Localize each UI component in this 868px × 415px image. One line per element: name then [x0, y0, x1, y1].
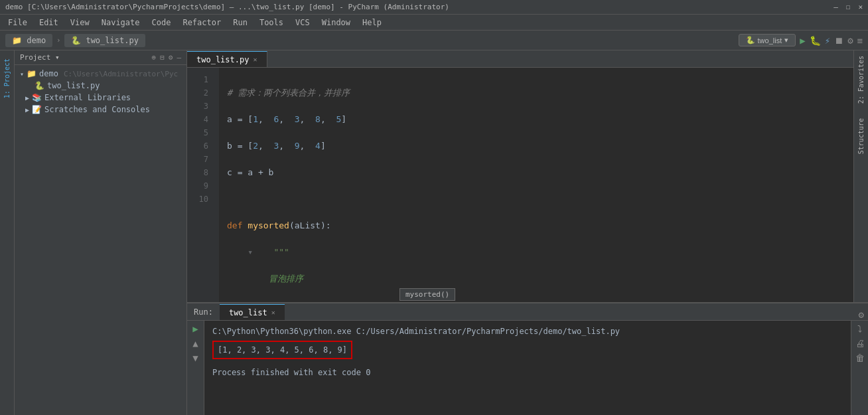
code-line-4: c = a + b [227, 166, 845, 179]
debug-button[interactable]: 🐛 [810, 35, 821, 46]
collapse-icon[interactable]: ⊟ [160, 53, 165, 62]
menu-edit[interactable]: Edit [34, 17, 64, 29]
run-button[interactable]: ▶ [800, 35, 805, 46]
editor-tabs: two_list.py ✕ [187, 50, 853, 68]
menu-code[interactable]: Code [147, 17, 177, 29]
toolbar: 📁 demo › 🐍 two_list.py 🐍 two_list ▾ ▶ 🐛 … [0, 31, 868, 50]
editor-tab-two-list[interactable]: two_list.py ✕ [187, 51, 267, 67]
breadcrumb-file[interactable]: 🐍 two_list.py [64, 34, 145, 47]
menu-run[interactable]: Run [228, 17, 253, 29]
code-line-5 [227, 193, 845, 206]
param-hint: mysorted() [399, 288, 455, 301]
sidebar-header: Project ▾ ⊕ ⊟ ⚙ — [15, 50, 186, 65]
coverage-button[interactable]: ⚡ [825, 35, 830, 46]
scroll-down-button[interactable]: ▼ [192, 353, 198, 363]
scroll-up-button[interactable]: ▲ [192, 338, 198, 349]
sidebar-header-icons: ⊕ ⊟ ⚙ — [152, 53, 182, 62]
bottom-tab-close-icon[interactable]: ✕ [271, 309, 275, 316]
code-line-7: ▾ """ [227, 246, 845, 259]
bottom-tabs: Run: two_list ✕ ⚙ [187, 303, 868, 321]
title-text: demo [C:\Users\Administrator\PycharmProj… [5, 3, 449, 11]
sync-icon[interactable]: ⊕ [152, 53, 157, 62]
menu-navigate[interactable]: Navigate [96, 17, 145, 29]
output-line: [1, 2, 3, 3, 4, 5, 6, 8, 9] [212, 341, 843, 359]
menu-file[interactable]: File [3, 17, 33, 29]
tree-item-scratches[interactable]: ▶ 📝 Scratches and Consoles [15, 104, 186, 116]
editor-area: two_list.py ✕ 12345 678910 # 需求：两个列表合并，并… [187, 50, 853, 302]
content-area: 1: Project Project ▾ ⊕ ⊟ ⚙ — ▾ 📁 [0, 50, 868, 415]
code-editor[interactable]: 12345 678910 # 需求：两个列表合并，并排序 a = [1, 6, … [187, 68, 853, 302]
title-bar: demo [C:\Users\Administrator\PycharmProj… [0, 0, 868, 15]
sidebar: Project ▾ ⊕ ⊟ ⚙ — ▾ 📁 demo C:\Users\Admi… [15, 50, 187, 415]
two-list-label: two_list.py [47, 81, 100, 90]
minimize-button[interactable]: – [833, 3, 838, 11]
run-again-button[interactable]: ▶ [192, 323, 198, 334]
wrap-button[interactable]: ⤵ [857, 323, 862, 334]
window-controls: – ☐ ✕ [833, 3, 863, 11]
bottom-tab-two-list[interactable]: two_list ✕ [220, 304, 285, 320]
more-button[interactable]: ≡ [857, 35, 863, 46]
favorites-tab[interactable]: 2: Favorites [856, 53, 866, 106]
line-numbers: 12345 678910 [187, 68, 219, 302]
exit-message: Process finished with exit code 0 [212, 366, 843, 379]
folder-icon: 📁 [27, 69, 36, 78]
code-line-8: 冒泡排序 [227, 272, 845, 286]
run-label: Run: [187, 304, 220, 320]
tree-item-demo[interactable]: ▾ 📁 demo C:\Users\Administrator\Pyc [15, 68, 186, 80]
demo-path: C:\Users\Administrator\Pyc [64, 70, 178, 78]
run-config-button[interactable]: 🐍 two_list ▾ [739, 34, 796, 46]
project-label: Project ▾ [20, 53, 60, 62]
project-tab[interactable]: 1: Project [2, 53, 12, 104]
demo-folder-label: demo [39, 69, 58, 78]
menu-refactor[interactable]: Refactor [177, 17, 226, 29]
code-line-3: b = [2, 3, 9, 4] [227, 139, 845, 153]
menu-window[interactable]: Window [317, 17, 356, 29]
ext-libs-label: External Libraries [44, 93, 131, 102]
editor-and-bottom: two_list.py ✕ 12345 678910 # 需求：两个列表合并，并… [187, 50, 868, 415]
ext-lib-icon: 📚 [32, 93, 42, 102]
tab-label: two_list.py [196, 55, 249, 64]
breadcrumb-demo[interactable]: 📁 demo [5, 34, 52, 47]
right-panel: 2: Favorites Structure [853, 50, 868, 302]
sidebar-tree: ▾ 📁 demo C:\Users\Administrator\Pyc 🐍 tw… [15, 65, 186, 415]
bottom-section: Run: two_list ✕ ⚙ ▶ ▲ ▼ [187, 302, 868, 415]
menu-vcs[interactable]: VCS [290, 17, 315, 29]
settings-bottom-icon[interactable]: ⚙ [855, 309, 868, 320]
toolbar-right: 🐍 two_list ▾ ▶ 🐛 ⚡ ⏹ ⚙ ≡ [739, 34, 863, 46]
trash-button[interactable]: 🗑 [855, 353, 865, 363]
code-line-9: :param c: [227, 299, 845, 302]
bottom-text-area: C:\Python\Python36\python.exe C:/Users/A… [204, 321, 851, 415]
code-line-2: a = [1, 6, 3, 8, 5] [227, 113, 845, 126]
tree-item-two-list[interactable]: 🐍 two_list.py [15, 80, 186, 92]
bottom-content: ▶ ▲ ▼ C:\Python\Python36\python.exe C:/U… [187, 321, 868, 415]
menu-help[interactable]: Help [357, 17, 387, 29]
code-content[interactable]: # 需求：两个列表合并，并排序 a = [1, 6, 3, 8, 5] b = … [219, 68, 853, 302]
bottom-tab-label: two_list [229, 308, 267, 317]
scratches-icon: 📝 [32, 105, 42, 114]
code-line-1: # 需求：两个列表合并，并排序 [227, 86, 845, 100]
close-button[interactable]: ✕ [858, 3, 863, 11]
tree-item-ext-libs[interactable]: ▶ 📚 External Libraries [15, 92, 186, 104]
maximize-button[interactable]: ☐ [846, 3, 851, 11]
editor-main: two_list.py ✕ 12345 678910 # 需求：两个列表合并，并… [187, 50, 868, 302]
menu-view[interactable]: View [65, 17, 95, 29]
structure-tab[interactable]: Structure [856, 116, 866, 157]
sidebar-header-left: Project ▾ [20, 53, 60, 62]
python-file-icon: 🐍 [35, 81, 44, 90]
bottom-right-buttons: ⤵ 🖨 🗑 [851, 321, 868, 415]
profile-button[interactable]: ⏹ [834, 35, 843, 46]
output-box: [1, 2, 3, 3, 4, 5, 6, 8, 9] [212, 341, 352, 359]
print-button[interactable]: 🖨 [855, 338, 865, 349]
bottom-left-buttons: ▶ ▲ ▼ [187, 321, 204, 415]
gear-icon[interactable]: ⚙ [169, 53, 173, 62]
settings-icon[interactable]: ⚙ [847, 35, 853, 46]
code-line-6: def mysorted(aList): [227, 219, 845, 232]
run-command: C:\Python\Python36\python.exe C:/Users/A… [212, 325, 843, 338]
hide-icon[interactable]: — [177, 53, 181, 62]
left-panel-tabs: 1: Project [0, 50, 15, 415]
menu-tools[interactable]: Tools [254, 17, 289, 29]
scratches-label: Scratches and Consoles [44, 105, 150, 114]
tab-close-icon[interactable]: ✕ [253, 56, 257, 63]
bottom-toolbar-right: ⚙ [855, 309, 868, 320]
menu-bar: File Edit View Navigate Code Refactor Ru… [0, 15, 868, 31]
